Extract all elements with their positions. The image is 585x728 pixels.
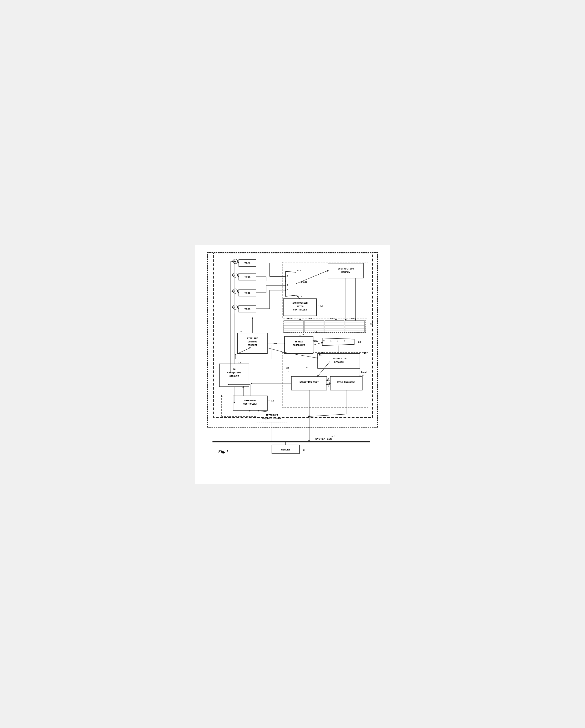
svg-rect-103 [272,445,300,453]
svg-text:~ 1: ~ 1 [331,435,335,438]
svg-text:MEMORY: MEMORY [281,448,290,451]
svg-text:~ 2: ~ 2 [301,449,305,451]
svg-text:SYSTEM BUS: SYSTEM BUS [315,438,332,440]
outer-chip-border [207,252,378,427]
svg-text:Fig. 1: Fig. 1 [218,449,228,454]
